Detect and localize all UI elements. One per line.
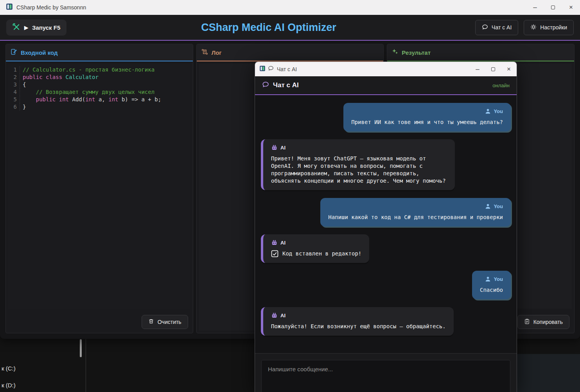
chat-header: Чат с AI онлайн — [255, 76, 517, 95]
sparkles-icon — [392, 49, 398, 56]
panel-result-title: Результат — [402, 49, 431, 56]
main-window-title: CSharp Medic by Samsonnn — [16, 4, 86, 11]
chat-message-row: AIКод вставлен в редактор! — [261, 234, 511, 263]
code-line: 2public class Calculator — [8, 74, 190, 81]
message-author: AI — [271, 312, 446, 319]
code-line-content: public class Calculator — [20, 74, 99, 81]
panel-input-footer: Очистить — [6, 311, 193, 333]
chat-window-title: Чат с AI — [277, 66, 297, 72]
background-divider — [86, 336, 86, 392]
chat-input-area — [255, 353, 517, 392]
app-header: ▶ Запуск F5 CSharp Medic AI Optimizer Ча… — [0, 15, 580, 41]
app-icon — [260, 66, 265, 73]
message-text: Код вставлен в редактор! — [271, 250, 361, 257]
close-button[interactable]: × — [562, 0, 580, 15]
message-text: Напиши какой то код на C# для тестирован… — [328, 214, 503, 221]
chat-message-row: YouПривет ИИ как тове имя и что ты умееш… — [261, 103, 511, 131]
chat-message-ai: AIКод вставлен в редактор! — [261, 234, 369, 263]
message-text: Привет! Меня зовут ChatGPT — языковая мо… — [271, 155, 447, 185]
line-number: 4 — [8, 88, 20, 96]
panel-input-code: Входной код 1// Calculator.cs - простая … — [5, 44, 193, 333]
message-author: You — [328, 203, 503, 210]
close-button[interactable]: × — [501, 62, 517, 76]
chat-message-row: AIПривет! Меня зовут ChatGPT — языковая … — [261, 139, 511, 190]
background-scrollbar[interactable] — [80, 339, 82, 357]
chat-messages[interactable]: YouПривет ИИ как тове имя и что ты умееш… — [255, 95, 517, 353]
line-number: 1 — [8, 66, 20, 74]
main-titlebar: CSharp Medic by Samsonnn – × — [0, 0, 580, 15]
code-line: 4 // Возвращает сумму двух целых чисел — [8, 88, 190, 96]
chat-message-user: YouНапиши какой то код на C# для тестиро… — [320, 198, 511, 227]
user-icon — [485, 276, 491, 282]
checkbox-checked-icon — [271, 250, 278, 257]
clear-button[interactable]: Очистить — [142, 315, 188, 329]
chat-message-ai: AIПожалуйста! Если возникнут ещё вопросы… — [261, 307, 454, 336]
message-input[interactable] — [261, 360, 510, 392]
minimize-button[interactable]: – — [470, 62, 485, 76]
minimize-button[interactable]: – — [526, 0, 544, 15]
message-author: You — [480, 275, 503, 283]
message-author-label: AI — [280, 312, 286, 319]
code-line: 1// Calculator.cs - простая бизнес-логик… — [8, 66, 190, 74]
app-icon — [6, 4, 13, 11]
chat-message-ai: AIПривет! Меня зовут ChatGPT — языковая … — [261, 139, 455, 190]
user-icon — [485, 203, 491, 209]
message-text: Пожалуйста! Если возникнут ещё вопросы —… — [271, 323, 446, 330]
code-line-content: { — [20, 81, 26, 88]
maximize-button[interactable] — [485, 62, 501, 76]
chat-header-title: Чат с AI — [273, 81, 299, 89]
maximize-icon — [491, 67, 495, 71]
code-line-content: // Возвращает сумму двух целых чисел — [20, 88, 154, 96]
chat-bubble-icon — [482, 24, 488, 31]
message-author: AI — [271, 144, 447, 151]
robot-icon — [271, 312, 278, 319]
code-editor[interactable]: 1// Calculator.cs - простая бизнес-логик… — [8, 64, 190, 309]
user-icon — [485, 108, 491, 114]
code-line-content: // Calculator.cs - простая бизнес-логика — [20, 66, 154, 74]
run-button[interactable]: ▶ Запуск F5 — [6, 20, 66, 36]
message-author-label: You — [494, 108, 503, 115]
chat-window-controls: – × — [470, 62, 517, 76]
drive-label-d[interactable]: к (D:) — [2, 382, 16, 388]
code-line: 6} — [8, 103, 190, 111]
clipboard-icon — [524, 318, 530, 325]
page-title: CSharp Medic AI Optimizer — [0, 22, 537, 34]
panel-input-title: Входной код — [21, 49, 58, 56]
copy-button[interactable]: Копировать — [517, 315, 569, 329]
chat-message-user: YouПривет ИИ как тове имя и что ты умееш… — [343, 103, 511, 131]
copy-button-label: Копировать — [533, 319, 563, 325]
trash-icon — [148, 318, 154, 325]
line-number: 3 — [8, 81, 20, 88]
gear-icon — [530, 24, 537, 31]
panel-log-header: Лог — [197, 44, 384, 61]
settings-button[interactable]: Настройки — [524, 20, 574, 35]
chat-button[interactable]: Чат с AI — [475, 20, 518, 35]
chat-titlebar: Чат с AI – × — [255, 62, 517, 76]
window-controls: – × — [526, 0, 580, 15]
chat-bubble-icon — [262, 81, 269, 90]
chat-message-row: YouНапиши какой то код на C# для тестиро… — [261, 198, 511, 227]
maximize-icon — [551, 5, 555, 9]
code-line-content: public int Add(int a, int b) => a + b; — [20, 96, 161, 103]
message-text: Привет ИИ как тове имя и что ты умеешь д… — [351, 119, 503, 126]
chat-button-label: Чат с AI — [492, 24, 512, 31]
online-status: онлайн — [492, 83, 510, 88]
message-author: AI — [271, 239, 361, 246]
line-number: 5 — [8, 96, 20, 103]
tools-icon — [13, 23, 20, 32]
code-line: 5 public int Add(int a, int b) => a + b; — [8, 96, 190, 103]
chat-message-row: YouСпасибо — [261, 271, 511, 299]
scroll-icon — [201, 49, 208, 57]
message-author: You — [351, 108, 503, 115]
settings-button-label: Настройки — [540, 24, 567, 31]
run-button-label: Запуск F5 — [32, 24, 60, 31]
edit-document-icon — [11, 49, 17, 57]
background-window — [517, 354, 580, 392]
drive-label-c[interactable]: к (C:) — [2, 365, 16, 372]
header-buttons: Чат с AI Настройки — [475, 20, 574, 35]
maximize-button[interactable] — [544, 0, 562, 15]
message-author-label: AI — [280, 239, 286, 246]
line-number: 6 — [8, 103, 20, 111]
message-author-label: AI — [280, 144, 286, 151]
clear-button-label: Очистить — [158, 319, 181, 325]
